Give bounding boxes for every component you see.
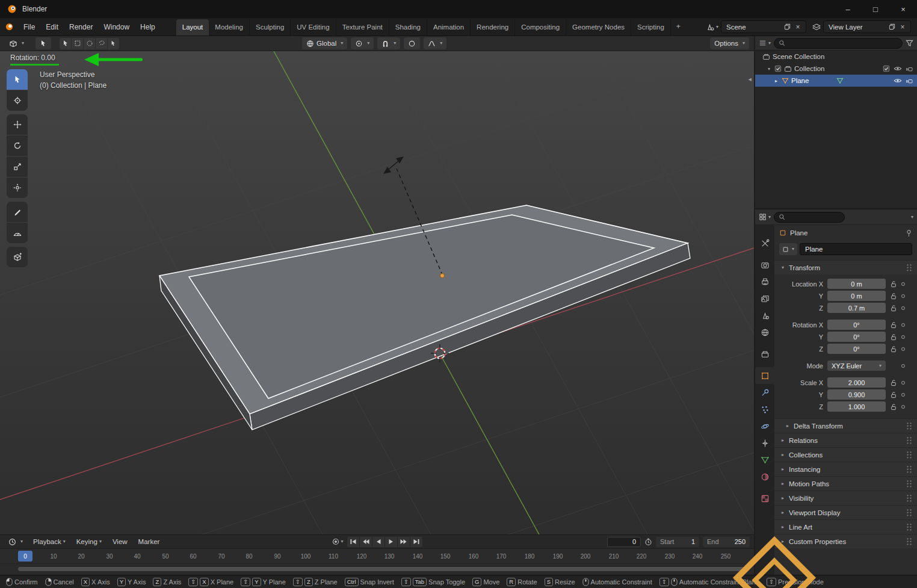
copy-view-layer-button[interactable]	[886, 22, 897, 32]
location-z-field[interactable]: 0.7 m	[827, 303, 886, 313]
tool-select-button[interactable]	[7, 69, 28, 90]
tab-compositing[interactable]: Compositing	[515, 19, 566, 36]
copy-scene-button[interactable]	[782, 22, 792, 32]
checkbox-icon[interactable]	[774, 65, 782, 72]
expand-icon[interactable]: ▸	[773, 78, 779, 84]
tab-object-data[interactable]	[755, 451, 774, 468]
tab-collection[interactable]	[755, 345, 774, 362]
scale-x-field[interactable]: 2.000	[827, 377, 886, 388]
expand-icon[interactable]: ▾	[766, 66, 772, 72]
outliner-row-collection[interactable]: ▾ Collection	[755, 63, 917, 75]
tab-object[interactable]	[755, 367, 774, 384]
drag-dots-icon[interactable]	[906, 451, 912, 459]
tab-render[interactable]	[755, 256, 774, 273]
lock-icon[interactable]	[888, 345, 899, 353]
tool-move-button[interactable]	[7, 114, 28, 135]
object-name-field[interactable]	[800, 243, 912, 255]
active-tool-button[interactable]	[36, 37, 51, 49]
timeline-editor-type-button[interactable]: ▾	[4, 536, 27, 548]
menu-playback[interactable]: Playback▾	[28, 538, 70, 545]
view-layer-name[interactable]: View Layer	[829, 23, 886, 31]
menu-keying[interactable]: Keying▾	[72, 538, 107, 545]
lock-icon[interactable]	[888, 379, 899, 386]
drag-dots-icon[interactable]	[906, 509, 912, 516]
mode-box-select-button[interactable]	[72, 38, 83, 49]
playhead[interactable]: 0	[18, 551, 32, 562]
panel-collections[interactable]: ▸Collections	[774, 447, 917, 462]
tab-modeling[interactable]: Modeling	[209, 19, 250, 36]
options-dropdown[interactable]: Options ▾	[710, 37, 749, 49]
viewport-3d[interactable]: Rotation: 0.00 User Perspective (0) Coll…	[0, 51, 754, 534]
rotation-z-field[interactable]: 0°	[827, 344, 886, 354]
jump-to-start-button[interactable]	[347, 537, 359, 547]
panel-relations[interactable]: ▸Relations	[774, 433, 917, 447]
menu-help[interactable]: Help	[135, 18, 161, 36]
outliner-filter-button[interactable]	[906, 39, 913, 47]
panel-custom-properties[interactable]: ▸Custom Properties	[774, 534, 917, 548]
proportional-edit-button[interactable]	[404, 37, 420, 49]
animate-dot[interactable]	[899, 381, 907, 385]
mode-lasso-select-button[interactable]	[96, 38, 107, 49]
tab-tool[interactable]	[755, 235, 774, 252]
prev-keyframe-button[interactable]	[360, 537, 372, 547]
tab-modifiers[interactable]	[755, 384, 774, 401]
browse-scene-button[interactable]: ▾	[705, 22, 720, 32]
menu-window[interactable]: Window	[98, 18, 135, 36]
lock-icon[interactable]	[888, 305, 899, 312]
animate-dot[interactable]	[899, 282, 907, 286]
exclude-checkbox-icon[interactable]	[883, 65, 890, 72]
current-frame-field[interactable]: 0	[607, 537, 641, 547]
tab-output[interactable]	[755, 273, 774, 290]
display-options-button[interactable]: ▾	[911, 215, 913, 220]
minimize-button[interactable]: –	[834, 0, 862, 18]
rotation-mode-dropdown[interactable]: XYZ Euler ▾	[827, 361, 886, 371]
start-frame-field[interactable]: Start1	[656, 537, 699, 547]
remove-view-layer-button[interactable]: ×	[897, 22, 908, 32]
animate-dot[interactable]	[899, 364, 907, 368]
timeline-ruler[interactable]: 0 10 20 30 40 50 60 70 80 90 100 110 120…	[0, 549, 754, 564]
play-button[interactable]	[385, 537, 397, 547]
lock-icon[interactable]	[888, 321, 899, 329]
pin-button[interactable]	[906, 229, 912, 237]
menu-file[interactable]: File	[18, 18, 40, 36]
animate-dot[interactable]	[899, 335, 907, 339]
panel-delta-transform[interactable]: ▸Delta Transform	[774, 418, 917, 433]
tab-particles[interactable]	[755, 401, 774, 418]
tab-rendering[interactable]: Rendering	[471, 19, 515, 36]
outliner-search-input[interactable]	[774, 38, 903, 49]
tab-scripting[interactable]: Scripting	[631, 19, 671, 36]
lock-icon[interactable]	[888, 333, 899, 341]
tool-transform-button[interactable]	[7, 178, 28, 198]
unlink-scene-button[interactable]: ×	[792, 22, 803, 32]
tab-layout[interactable]: Layout	[176, 19, 209, 36]
animate-dot[interactable]	[899, 294, 907, 298]
tab-physics[interactable]	[755, 418, 774, 435]
scale-z-field[interactable]: 1.000	[827, 401, 886, 412]
tab-constraints[interactable]	[755, 435, 774, 451]
animate-dot[interactable]	[899, 347, 907, 351]
tool-scale-button[interactable]	[7, 156, 28, 177]
tab-geometry-nodes[interactable]: Geometry Nodes	[566, 19, 631, 36]
panel-line-art[interactable]: ▸Line Art	[774, 519, 917, 534]
jump-to-end-button[interactable]	[410, 537, 422, 547]
mode-tweak-button[interactable]	[60, 38, 71, 49]
editor-type-button[interactable]: ▾	[5, 37, 28, 49]
play-reverse-button[interactable]	[372, 537, 384, 547]
filter-dropdown-button[interactable]: ▾	[759, 39, 771, 47]
tool-rotate-button[interactable]	[7, 135, 28, 156]
tab-texture-paint[interactable]: Texture Paint	[336, 19, 389, 36]
tool-annotate-button[interactable]	[7, 202, 28, 222]
tab-view-layer[interactable]	[755, 290, 774, 307]
tool-measure-button[interactable]	[7, 223, 28, 243]
sidebar-collapse-icon[interactable]: ◂	[748, 75, 752, 83]
tab-uv-editing[interactable]: UV Editing	[291, 19, 336, 36]
location-y-field[interactable]: 0 m	[827, 291, 886, 301]
falloff-dropdown[interactable]: ▾	[424, 37, 446, 49]
properties-search-input[interactable]	[774, 212, 845, 223]
timeline-scrollbar[interactable]	[18, 567, 748, 571]
animate-dot[interactable]	[899, 405, 907, 409]
outliner-row-scene-collection[interactable]: Scene Collection	[755, 51, 917, 63]
scale-y-field[interactable]: 0.900	[827, 389, 886, 400]
maximize-button[interactable]: □	[862, 0, 889, 18]
menu-edit[interactable]: Edit	[40, 18, 64, 36]
